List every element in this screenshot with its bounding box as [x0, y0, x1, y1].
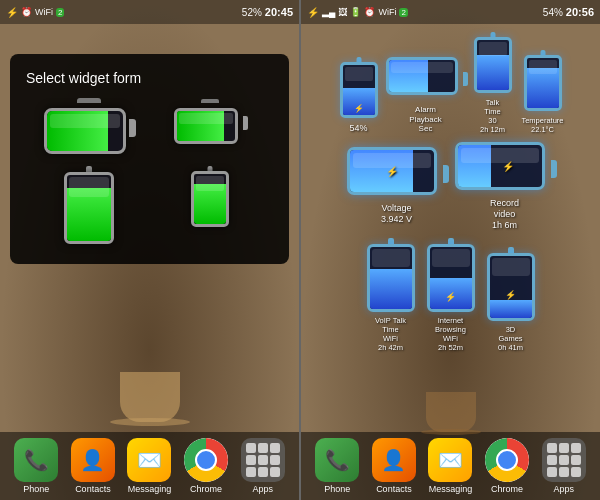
dock-apps-label-left: Apps — [252, 484, 273, 494]
usb-icon-right: ⚡ — [307, 7, 319, 18]
right-coffee-area — [307, 358, 594, 432]
battery-alarm[interactable]: AlarmPlaybackSec — [386, 57, 466, 134]
signal-right: ▂▄ — [322, 7, 335, 17]
dock-apps-label-right: Apps — [553, 484, 574, 494]
widget-grid — [26, 102, 273, 248]
battery-row-1: ⚡ 54% AlarmPlaybackSec — [307, 32, 594, 134]
dock-chrome-left[interactable]: Chrome — [184, 438, 228, 494]
battery-percent-right: 54% — [543, 7, 563, 18]
battery-row-2: ⚡ Voltage3.942 V ⚡ Recordvideo1h 6m — [307, 142, 594, 230]
battery-3dgames[interactable]: ⚡ 3DGames0h 41m — [483, 247, 539, 352]
widget-option-2[interactable] — [156, 102, 266, 154]
battery-internet[interactable]: ⚡ InternetBrowsingWiFi2h 52m — [423, 238, 479, 352]
dock-chrome-label-left: Chrome — [190, 484, 222, 494]
left-dock: 📞 Phone 👤 Contacts ✉️ Messaging Chrome — [0, 432, 299, 500]
coffee-decoration — [90, 332, 210, 432]
battery-alarm-label: AlarmPlaybackSec — [409, 105, 441, 134]
right-status-bar: ⚡ ▂▄ 🖼 🔋 ⏰ WiFi 2 54% 20:56 — [301, 0, 600, 24]
dock-apps-right[interactable]: Apps — [542, 438, 586, 494]
wifi-icon: WiFi — [35, 7, 53, 17]
dock-messaging-right[interactable]: ✉️ Messaging — [428, 438, 472, 494]
left-status-bar: ⚡ ⏰ WiFi 2 52% 20:45 — [0, 0, 299, 24]
widget-option-4[interactable] — [156, 166, 266, 248]
battery-voip-label: VoIP TalkTimeWiFi2h 42m — [375, 316, 406, 352]
left-panel: ⚡ ⏰ WiFi 2 52% 20:45 Select widget form — [0, 0, 299, 500]
battery-temp-label: Temperature22.1°C — [521, 116, 563, 134]
battery-54pct[interactable]: ⚡ 54% — [336, 57, 382, 134]
time-right: 20:56 — [566, 6, 594, 18]
img-icon-right: 🖼 — [338, 7, 347, 17]
battery-voltage[interactable]: ⚡ Voltage3.942 V — [347, 147, 447, 225]
dock-phone-label-right: Phone — [324, 484, 350, 494]
widget-selector-modal: Select widget form — [10, 54, 289, 264]
battery-talk-label: TalkTime302h 12m — [480, 98, 505, 134]
dock-apps-left[interactable]: Apps — [241, 438, 285, 494]
battery-54pct-label: 54% — [349, 123, 367, 134]
dock-phone-right[interactable]: 📞 Phone — [315, 438, 359, 494]
battery-percent-left: 52% — [242, 7, 262, 18]
widget-selector-title: Select widget form — [26, 70, 273, 86]
dock-phone-label-left: Phone — [23, 484, 49, 494]
widget-option-3[interactable] — [34, 166, 144, 248]
dock-contacts-right[interactable]: 👤 Contacts — [372, 438, 416, 494]
battery-record-video[interactable]: ⚡ Recordvideo1h 6m — [455, 142, 555, 230]
dock-messaging-left[interactable]: ✉️ Messaging — [127, 438, 171, 494]
dock-chrome-right[interactable]: Chrome — [485, 438, 529, 494]
battery-icon-right: 🔋 — [350, 7, 361, 17]
dock-contacts-left[interactable]: 👤 Contacts — [71, 438, 115, 494]
battery-3dgames-label: 3DGames0h 41m — [498, 325, 523, 352]
battery-record-label: Recordvideo1h 6m — [490, 198, 519, 230]
signal-badge-right: 2 — [399, 8, 407, 17]
apps-icon-right — [542, 438, 586, 482]
contacts-icon-left: 👤 — [71, 438, 115, 482]
chrome-icon-left — [184, 438, 228, 482]
apps-icon-left — [241, 438, 285, 482]
phone-icon: 📞 — [14, 438, 58, 482]
right-dock: 📞 Phone 👤 Contacts ✉️ Messaging Chrome — [301, 432, 600, 500]
dock-contacts-label-left: Contacts — [75, 484, 111, 494]
battery-talk-time[interactable]: TalkTime302h 12m — [470, 32, 516, 134]
chrome-icon-right — [485, 438, 529, 482]
battery-voltage-label: Voltage3.942 V — [381, 203, 412, 225]
time-left: 20:45 — [265, 6, 293, 18]
left-bg: Select widget form — [0, 24, 299, 432]
battery-voip[interactable]: VoIP TalkTimeWiFi2h 42m — [363, 238, 419, 352]
battery-internet-label: InternetBrowsingWiFi2h 52m — [435, 316, 466, 352]
right-panel: ⚡ ▂▄ 🖼 🔋 ⏰ WiFi 2 54% 20:56 — [301, 0, 600, 500]
wifi-icon-right: WiFi — [378, 7, 396, 17]
dock-messaging-label-left: Messaging — [128, 484, 172, 494]
contacts-icon-right: 👤 — [372, 438, 416, 482]
usb-icon: ⚡ — [6, 7, 18, 18]
dock-phone-left[interactable]: 📞 Phone — [14, 438, 58, 494]
messaging-icon-right: ✉️ — [428, 438, 472, 482]
alarm-icon-right: ⏰ — [364, 7, 375, 17]
dock-contacts-label-right: Contacts — [376, 484, 412, 494]
battery-rows-area: ⚡ 54% AlarmPlaybackSec — [301, 24, 600, 432]
dock-messaging-label-right: Messaging — [429, 484, 473, 494]
alarm-icon: ⏰ — [21, 7, 32, 17]
battery-temp[interactable]: Temperature22.1°C — [520, 50, 566, 134]
dock-chrome-label-right: Chrome — [491, 484, 523, 494]
phone-icon-right: 📞 — [315, 438, 359, 482]
signal-badge: 2 — [56, 8, 64, 17]
messaging-icon-left: ✉️ — [127, 438, 171, 482]
battery-row-3: VoIP TalkTimeWiFi2h 42m ⚡ InternetBrowsi… — [307, 238, 594, 352]
widget-option-1[interactable] — [34, 102, 144, 154]
